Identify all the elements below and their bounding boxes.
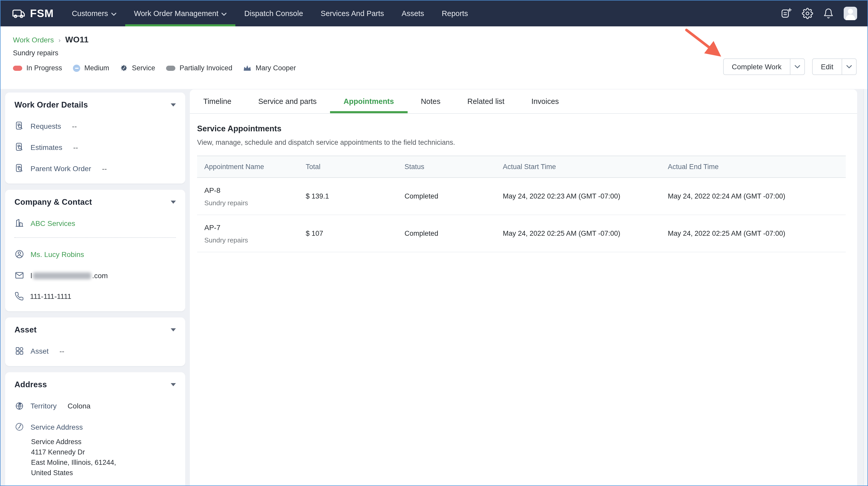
address-line: Service Address — [31, 437, 176, 447]
card-title: Address — [14, 380, 47, 389]
asset-link[interactable]: Asset — [31, 347, 49, 355]
section-title: Service Appointments — [197, 124, 846, 133]
status-pill-icon — [13, 65, 22, 71]
type-badge-service: Service — [120, 64, 155, 72]
appointment-subtitle: Sundry repairs — [204, 236, 299, 244]
compose-icon[interactable] — [781, 8, 792, 19]
edit-dropdown-caret[interactable] — [842, 59, 856, 74]
complete-work-dropdown-caret[interactable] — [790, 59, 804, 74]
requests-link[interactable]: Requests — [31, 122, 61, 130]
breadcrumb-separator: › — [58, 36, 61, 44]
notifications-icon[interactable] — [823, 8, 834, 19]
edit-button[interactable]: Edit — [813, 59, 842, 74]
col-actual-start-time[interactable]: Actual Start Time — [496, 163, 660, 171]
service-address-link[interactable]: Service Address — [31, 423, 83, 431]
billing-badge-partially-invoiced: Partially Invoiced — [166, 64, 232, 72]
asset-grid-icon — [14, 346, 24, 356]
tab-timeline[interactable]: Timeline — [190, 90, 245, 113]
nav-item-customers[interactable]: Customers — [63, 1, 125, 26]
estimates-link[interactable]: Estimates — [31, 143, 62, 151]
page-header: Work Orders › WO11 Sundry repairs In Pro… — [1, 26, 868, 89]
brand-logo[interactable]: FSM — [1, 1, 63, 26]
nav-item-reports[interactable]: Reports — [433, 1, 477, 26]
cell-appointment-name: AP-8 Sundry repairs — [197, 186, 299, 206]
cell-status: Completed — [397, 230, 496, 237]
estimates-value: -- — [73, 143, 78, 151]
cell-actual-end: May 24, 2022 02:25 AM (GMT -07:00) — [660, 230, 846, 237]
nav-right-icons — [781, 1, 868, 26]
card-title: Work Order Details — [14, 100, 88, 109]
tab-related-list[interactable]: Related list — [454, 90, 518, 113]
appointment-name[interactable]: AP-8 — [204, 186, 299, 194]
collapse-caret-icon[interactable] — [171, 328, 176, 331]
contact-link[interactable]: Ms. Lucy Robins — [31, 250, 84, 258]
appointment-name[interactable]: AP-7 — [204, 223, 299, 231]
asset-card: Asset Asset -- — [5, 318, 185, 366]
chevron-down-icon — [111, 12, 116, 16]
requests-item: Requests -- — [14, 121, 176, 131]
user-avatar[interactable] — [844, 7, 857, 20]
company-contact-card: Company & Contact ABC Services Ms. Lucy … — [5, 190, 185, 311]
col-status[interactable]: Status — [397, 163, 496, 171]
collapse-caret-icon[interactable] — [171, 201, 176, 204]
priority-badge-medium: Medium — [73, 64, 109, 72]
appointments-table: Appointment Name Total Status Actual Sta… — [197, 156, 846, 252]
requests-value: -- — [72, 122, 77, 130]
contact-phone-item: 111-111-1111 — [14, 292, 176, 301]
complete-work-button[interactable]: Complete Work — [723, 59, 789, 74]
main-panel: Timeline Service and parts Appointments … — [190, 90, 857, 486]
work-order-details-card: Work Order Details Requests -- Estimates… — [5, 93, 185, 184]
annotation-arrow — [673, 26, 735, 63]
service-gear-icon — [120, 64, 128, 72]
redaction-blur — [33, 273, 91, 280]
nav-menu: Customers Work Order Management Dispatch… — [63, 1, 477, 26]
col-actual-end-time[interactable]: Actual End Time — [660, 163, 846, 171]
tab-notes[interactable]: Notes — [407, 90, 454, 113]
cell-status: Completed — [397, 192, 496, 200]
table-row[interactable]: AP-7 Sundry repairs $ 107 Completed May … — [197, 215, 846, 252]
contact-email-redacted: l.com — [31, 271, 108, 280]
top-navbar: FSM Customers Work Order Management Disp… — [1, 1, 868, 26]
collapse-caret-icon[interactable] — [171, 103, 176, 106]
card-title: Asset — [14, 325, 36, 334]
contact-phone: 111-111-1111 — [30, 292, 71, 300]
appointment-subtitle: Sundry repairs — [204, 199, 299, 206]
owner-badge: Mary Cooper — [243, 64, 296, 72]
phone-icon — [14, 292, 24, 301]
nav-item-work-order-management[interactable]: Work Order Management — [125, 1, 236, 26]
document-search-icon — [14, 142, 24, 152]
section-description: View, manage, schedule and dispatch serv… — [197, 138, 846, 146]
asset-value: -- — [60, 347, 64, 355]
document-search-icon — [14, 121, 24, 131]
territory-link[interactable]: Territory — [31, 401, 57, 410]
estimates-item: Estimates -- — [14, 142, 176, 152]
territory-value: Colona — [67, 401, 91, 410]
service-address-gear-icon — [14, 422, 24, 432]
nav-item-dispatch-console[interactable]: Dispatch Console — [236, 1, 312, 26]
cell-actual-start: May 24, 2022 02:23 AM (GMT -07:00) — [496, 192, 660, 200]
tab-invoices[interactable]: Invoices — [518, 90, 572, 113]
tab-appointments[interactable]: Appointments — [330, 90, 407, 113]
service-address-item: Service Address — [14, 422, 176, 432]
breadcrumb-work-orders-link[interactable]: Work Orders — [13, 36, 54, 44]
settings-icon[interactable] — [802, 8, 813, 19]
collapse-caret-icon[interactable] — [171, 383, 176, 386]
address-card: Address Territory Colona Service Address — [5, 372, 185, 486]
company-item: ABC Services — [14, 218, 176, 228]
parent-work-order-value: -- — [102, 164, 107, 172]
table-row[interactable]: AP-8 Sundry repairs $ 139.1 Completed Ma… — [197, 178, 846, 215]
nav-item-assets[interactable]: Assets — [393, 1, 433, 26]
territory-item: Territory Colona — [14, 401, 176, 411]
van-icon — [12, 8, 25, 19]
col-total[interactable]: Total — [299, 163, 397, 171]
brand-name: FSM — [30, 7, 54, 20]
envelope-icon — [14, 270, 24, 280]
company-link[interactable]: ABC Services — [31, 219, 75, 227]
divider — [14, 237, 176, 238]
parent-work-order-link[interactable]: Parent Work Order — [31, 164, 91, 172]
complete-work-split-button: Complete Work — [723, 58, 805, 75]
tab-service-and-parts[interactable]: Service and parts — [245, 90, 330, 113]
col-appointment-name[interactable]: Appointment Name — [197, 163, 299, 171]
nav-item-services-and-parts[interactable]: Services And Parts — [312, 1, 393, 26]
chevron-down-icon — [222, 12, 227, 16]
